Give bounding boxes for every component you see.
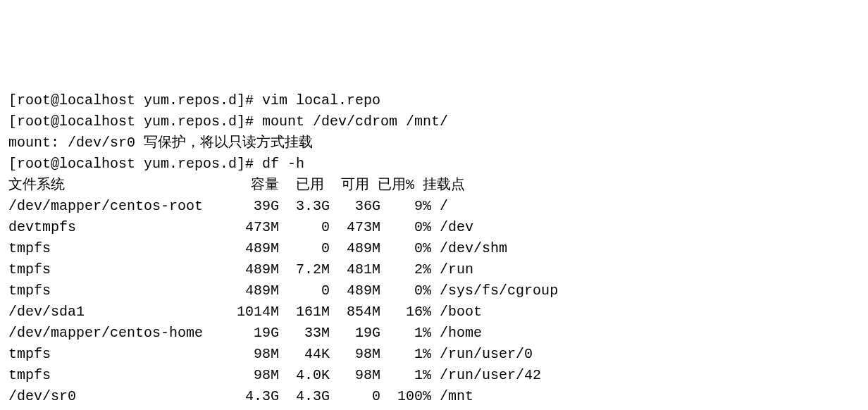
df-header: 文件系统 容量 已用 可用 已用% 挂载点 — [8, 175, 860, 196]
mount-output: mount: /dev/sr0 写保护，将以只读方式挂载 — [8, 132, 860, 154]
command-mount: mount /dev/cdrom /mnt/ — [262, 113, 448, 130]
terminal-line-3: [root@localhost yum.repos.d]# df -h — [8, 154, 860, 175]
df-row: tmpfs 98M 44K 98M 1% /run/user/0 — [8, 344, 860, 365]
command-vim: vim local.repo — [262, 92, 380, 108]
shell-prompt: [root@localhost yum.repos.d]# — [8, 113, 262, 130]
df-row: tmpfs 489M 0 489M 0% /dev/shm — [8, 238, 860, 259]
df-row: /dev/mapper/centos-root 39G 3.3G 36G 9% … — [8, 196, 860, 217]
df-row: /dev/mapper/centos-home 19G 33M 19G 1% /… — [8, 323, 860, 344]
df-row: tmpfs 98M 4.0K 98M 1% /run/user/42 — [8, 365, 860, 386]
df-row: /dev/sda1 1014M 161M 854M 16% /boot — [8, 302, 860, 323]
shell-prompt: [root@localhost yum.repos.d]# — [8, 156, 262, 172]
df-row: 192.168.140.223:/gongxiang 39G 3.5G 35G … — [8, 407, 860, 410]
shell-prompt: [root@localhost yum.repos.d]# — [8, 92, 262, 108]
df-row: devtmpfs 473M 0 473M 0% /dev — [8, 217, 860, 238]
df-row: tmpfs 489M 0 489M 0% /sys/fs/cgroup — [8, 280, 860, 302]
terminal-line-2: [root@localhost yum.repos.d]# mount /dev… — [8, 111, 860, 132]
command-df: df -h — [262, 156, 304, 172]
df-row: tmpfs 489M 7.2M 481M 2% /run — [8, 259, 860, 280]
terminal-line-1: [root@localhost yum.repos.d]# vim local.… — [8, 90, 860, 111]
df-row: /dev/sr0 4.3G 4.3G 0 100% /mnt — [8, 386, 860, 407]
